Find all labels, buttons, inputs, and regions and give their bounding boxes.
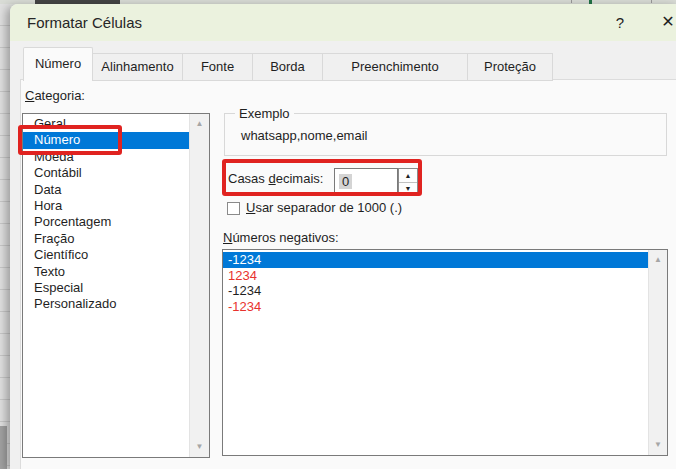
category-item[interactable]: Fração bbox=[23, 231, 190, 247]
example-legend: Exemplo bbox=[235, 106, 294, 121]
example-groupbox: Exemplo whatsapp,nome,email bbox=[224, 113, 667, 156]
thousand-separator-label: Usar separador de 1000 (.) bbox=[246, 200, 402, 216]
scroll-down-icon[interactable]: ▼ bbox=[649, 437, 667, 453]
tab-alinhamento[interactable]: Alinhamento bbox=[93, 53, 183, 81]
stepper-up-icon[interactable]: ▲ bbox=[399, 169, 417, 183]
negative-numbers-label: Números negativos: bbox=[223, 230, 339, 245]
format-cells-dialog: Formatar Células ? ✕ NúmeroAlinhamentoFo… bbox=[10, 4, 676, 469]
number-tab-page: Categoria: GeralNúmeroMoedaContábilDataH… bbox=[20, 79, 676, 469]
category-item[interactable]: Porcentagem bbox=[23, 214, 190, 230]
stepper-down-icon[interactable]: ▼ bbox=[399, 182, 417, 195]
dialog-title-bar: Formatar Células ? ✕ bbox=[10, 4, 676, 41]
example-value: whatsapp,nome,email bbox=[241, 128, 367, 143]
excel-column-divider bbox=[571, 0, 572, 3]
negative-format-item[interactable]: -1234 bbox=[223, 283, 649, 299]
category-item[interactable]: Geral bbox=[23, 116, 190, 132]
negative-numbers-listbox[interactable]: -12341234-1234-1234 ▲ ▼ bbox=[222, 249, 668, 456]
category-scrollbar[interactable]: ▲ ▼ bbox=[189, 114, 209, 457]
category-item[interactable]: Texto bbox=[23, 264, 190, 280]
scroll-up-icon[interactable]: ▲ bbox=[649, 252, 667, 268]
negative-format-item[interactable]: 1234 bbox=[223, 268, 649, 284]
scroll-up-icon[interactable]: ▲ bbox=[190, 116, 209, 132]
decimal-places-label: Casas decimais: bbox=[228, 165, 323, 193]
negative-format-item[interactable]: -1234 bbox=[223, 252, 649, 268]
category-label: Categoria: bbox=[25, 88, 85, 103]
category-item[interactable]: Moeda bbox=[23, 149, 190, 165]
category-item[interactable]: Especial bbox=[23, 280, 190, 296]
category-item[interactable]: Contábil bbox=[23, 165, 190, 181]
scroll-down-icon[interactable]: ▼ bbox=[190, 439, 209, 455]
tab-protecao[interactable]: Proteção bbox=[468, 53, 553, 81]
close-icon[interactable]: ✕ bbox=[655, 4, 676, 41]
tab-strip: NúmeroAlinhamentoFonteBordaPreenchimento… bbox=[23, 47, 553, 81]
tab-preenchimento[interactable]: Preenchimento bbox=[323, 53, 468, 81]
category-item[interactable]: Número bbox=[23, 132, 190, 148]
category-item[interactable]: Hora bbox=[23, 198, 190, 214]
excel-column-divider bbox=[651, 0, 652, 3]
tab-borda[interactable]: Borda bbox=[253, 53, 323, 81]
tab-fonte[interactable]: Fonte bbox=[183, 53, 253, 81]
tab-numero[interactable]: Número bbox=[23, 47, 93, 81]
dialog-title: Formatar Células bbox=[27, 4, 142, 41]
negative-format-item[interactable]: -1234 bbox=[223, 299, 649, 315]
help-icon[interactable]: ? bbox=[608, 4, 632, 41]
decimal-places-value: 0 bbox=[339, 174, 352, 189]
excel-background-bottom-edge bbox=[0, 426, 7, 469]
category-listbox[interactable]: GeralNúmeroMoedaContábilDataHoraPorcenta… bbox=[22, 113, 210, 458]
excel-background-left bbox=[0, 4, 10, 469]
category-item[interactable]: Científico bbox=[23, 247, 190, 263]
decimal-places-stepper: ▲ ▼ bbox=[398, 168, 418, 196]
decimal-places-input[interactable]: 0 bbox=[334, 168, 398, 196]
thousand-separator-checkbox[interactable] bbox=[227, 202, 240, 215]
negative-numbers-scrollbar[interactable]: ▲ ▼ bbox=[648, 250, 667, 455]
category-item[interactable]: Data bbox=[23, 182, 190, 198]
category-item[interactable]: Personalizado bbox=[23, 296, 190, 312]
